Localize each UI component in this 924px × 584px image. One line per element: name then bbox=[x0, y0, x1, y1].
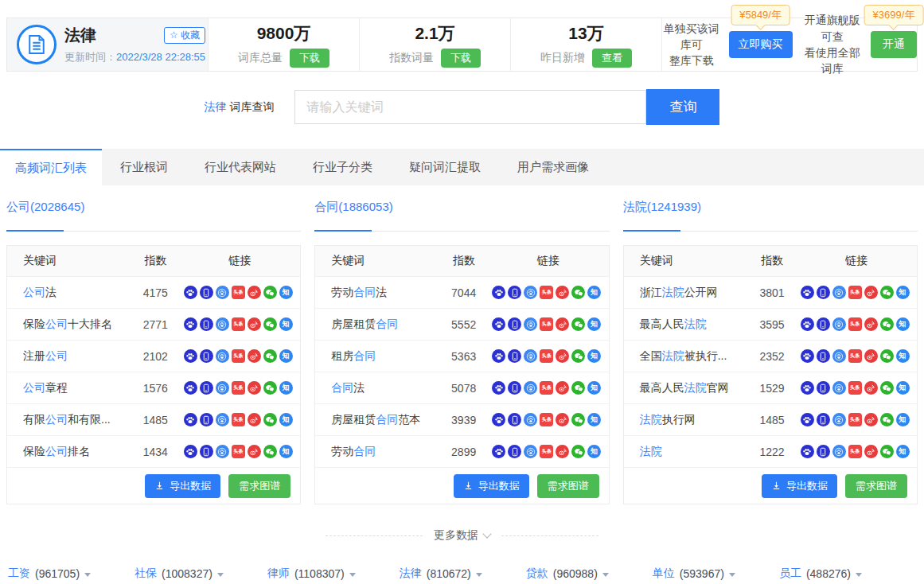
zhihu-icon[interactable]: 知 bbox=[279, 381, 293, 395]
zhihu-icon[interactable]: 知 bbox=[587, 445, 601, 458]
wechat-icon[interactable] bbox=[880, 349, 894, 363]
baidu-mobile-icon[interactable] bbox=[200, 413, 213, 426]
baidu-mobile-index-icon[interactable] bbox=[216, 445, 229, 458]
weibo-icon[interactable] bbox=[248, 349, 261, 363]
baidu-mobile-icon[interactable] bbox=[817, 413, 830, 426]
favorite-button[interactable]: ☆ 收藏 bbox=[164, 27, 205, 44]
wechat-icon[interactable] bbox=[880, 413, 894, 426]
export-data-button[interactable]: 导出数据 bbox=[454, 474, 529, 498]
view-new-button[interactable]: 查看 bbox=[592, 49, 632, 68]
toutiao-icon[interactable]: 头条 bbox=[848, 349, 862, 363]
toutiao-icon[interactable]: 头条 bbox=[232, 286, 245, 299]
zhihu-icon[interactable]: 知 bbox=[896, 349, 910, 363]
baidu-mobile-index-icon[interactable] bbox=[832, 445, 846, 458]
toutiao-icon[interactable]: 头条 bbox=[232, 445, 245, 458]
tab-industry-root-words[interactable]: 行业根词 bbox=[102, 149, 186, 185]
baidu-pc-icon[interactable] bbox=[492, 381, 505, 395]
footer-link-unit[interactable]: 单位(593967) bbox=[653, 566, 735, 581]
weibo-icon[interactable] bbox=[248, 381, 261, 395]
keyword-cell[interactable]: 法院 bbox=[624, 445, 748, 459]
tab-industry-websites[interactable]: 行业代表网站 bbox=[186, 149, 294, 185]
keyword-cell[interactable]: 劳动合同法 bbox=[315, 286, 439, 300]
toutiao-icon[interactable]: 头条 bbox=[232, 381, 245, 395]
wechat-icon[interactable] bbox=[571, 381, 585, 395]
footer-link-social-security[interactable]: 社保(1008327) bbox=[135, 566, 224, 581]
zhihu-icon[interactable]: 知 bbox=[896, 413, 910, 426]
weibo-icon[interactable] bbox=[248, 317, 261, 331]
toutiao-icon[interactable]: 头条 bbox=[540, 381, 553, 395]
baidu-mobile-icon[interactable] bbox=[817, 317, 830, 331]
keyword-cell[interactable]: 注册公司 bbox=[7, 349, 131, 364]
toutiao-icon[interactable]: 头条 bbox=[848, 445, 862, 458]
zhihu-icon[interactable]: 知 bbox=[587, 286, 601, 299]
wechat-icon[interactable] bbox=[571, 349, 585, 363]
baidu-mobile-icon[interactable] bbox=[200, 445, 213, 458]
zhihu-icon[interactable]: 知 bbox=[279, 317, 293, 331]
baidu-pc-icon[interactable] bbox=[801, 445, 814, 458]
baidu-mobile-index-icon[interactable] bbox=[524, 349, 537, 363]
keyword-cell[interactable]: 最高人民法院 bbox=[624, 317, 748, 332]
weibo-icon[interactable] bbox=[248, 445, 261, 458]
zhihu-icon[interactable]: 知 bbox=[587, 349, 601, 363]
search-button[interactable]: 查询 bbox=[646, 89, 719, 125]
baidu-mobile-icon[interactable] bbox=[200, 317, 213, 331]
baidu-mobile-icon[interactable] bbox=[200, 349, 213, 363]
weibo-icon[interactable] bbox=[556, 349, 569, 363]
zhihu-icon[interactable]: 知 bbox=[587, 413, 601, 426]
baidu-mobile-icon[interactable] bbox=[200, 381, 213, 395]
wechat-icon[interactable] bbox=[263, 445, 277, 458]
baidu-pc-icon[interactable] bbox=[492, 286, 505, 299]
zhihu-icon[interactable]: 知 bbox=[896, 286, 910, 299]
baidu-pc-icon[interactable] bbox=[492, 413, 505, 426]
wechat-icon[interactable] bbox=[880, 381, 894, 395]
weibo-icon[interactable] bbox=[556, 286, 569, 299]
wechat-icon[interactable] bbox=[263, 381, 277, 395]
baidu-pc-icon[interactable] bbox=[184, 445, 197, 458]
toutiao-icon[interactable]: 头条 bbox=[540, 349, 553, 363]
baidu-mobile-index-icon[interactable] bbox=[832, 286, 846, 299]
toutiao-icon[interactable]: 头条 bbox=[848, 286, 862, 299]
baidu-mobile-index-icon[interactable] bbox=[216, 349, 229, 363]
toutiao-icon[interactable]: 头条 bbox=[232, 349, 245, 363]
toutiao-icon[interactable]: 头条 bbox=[540, 413, 553, 426]
baidu-mobile-icon[interactable] bbox=[508, 413, 521, 426]
zhihu-icon[interactable]: 知 bbox=[279, 413, 293, 426]
baidu-mobile-index-icon[interactable] bbox=[524, 317, 537, 331]
keyword-cell[interactable]: 合同法 bbox=[315, 381, 439, 395]
open-flagship-button[interactable]: 开通 bbox=[871, 31, 917, 58]
wechat-icon[interactable] bbox=[571, 445, 585, 458]
zhihu-icon[interactable]: 知 bbox=[279, 445, 293, 458]
keyword-cell[interactable]: 房屋租赁合同范本 bbox=[315, 413, 439, 427]
baidu-mobile-index-icon[interactable] bbox=[524, 286, 537, 299]
baidu-pc-icon[interactable] bbox=[801, 317, 814, 331]
export-data-button[interactable]: 导出数据 bbox=[145, 474, 220, 498]
baidu-pc-icon[interactable] bbox=[492, 317, 505, 331]
keyword-cell[interactable]: 有限公司和有限... bbox=[7, 413, 131, 427]
panel-title-link[interactable]: 法院(1241939) bbox=[623, 200, 701, 213]
buy-now-button[interactable]: 立即购买 bbox=[729, 31, 793, 58]
wechat-icon[interactable] bbox=[571, 286, 585, 299]
keyword-cell[interactable]: 最高人民法院官网 bbox=[624, 381, 748, 395]
baidu-pc-icon[interactable] bbox=[184, 317, 197, 331]
demand-graph-button[interactable]: 需求图谱 bbox=[537, 474, 599, 498]
baidu-mobile-icon[interactable] bbox=[508, 349, 521, 363]
baidu-mobile-icon[interactable] bbox=[508, 317, 521, 331]
baidu-pc-icon[interactable] bbox=[492, 349, 505, 363]
baidu-mobile-index-icon[interactable] bbox=[216, 413, 229, 426]
zhihu-icon[interactable]: 知 bbox=[896, 381, 910, 395]
footer-link-salary[interactable]: 工资(961705) bbox=[8, 566, 91, 581]
weibo-icon[interactable] bbox=[556, 317, 569, 331]
wechat-icon[interactable] bbox=[880, 317, 894, 331]
more-data-button[interactable]: 更多数据 bbox=[434, 528, 490, 543]
weibo-icon[interactable] bbox=[556, 381, 569, 395]
baidu-mobile-icon[interactable] bbox=[817, 286, 830, 299]
baidu-pc-icon[interactable] bbox=[184, 349, 197, 363]
baidu-mobile-icon[interactable] bbox=[817, 445, 830, 458]
keyword-cell[interactable]: 保险公司十大排名 bbox=[7, 317, 131, 332]
demand-graph-button[interactable]: 需求图谱 bbox=[845, 474, 907, 498]
weibo-icon[interactable] bbox=[864, 349, 878, 363]
wechat-icon[interactable] bbox=[571, 317, 585, 331]
zhihu-icon[interactable]: 知 bbox=[896, 317, 910, 331]
keyword-cell[interactable]: 房屋租赁合同 bbox=[315, 317, 439, 332]
baidu-pc-icon[interactable] bbox=[184, 381, 197, 395]
